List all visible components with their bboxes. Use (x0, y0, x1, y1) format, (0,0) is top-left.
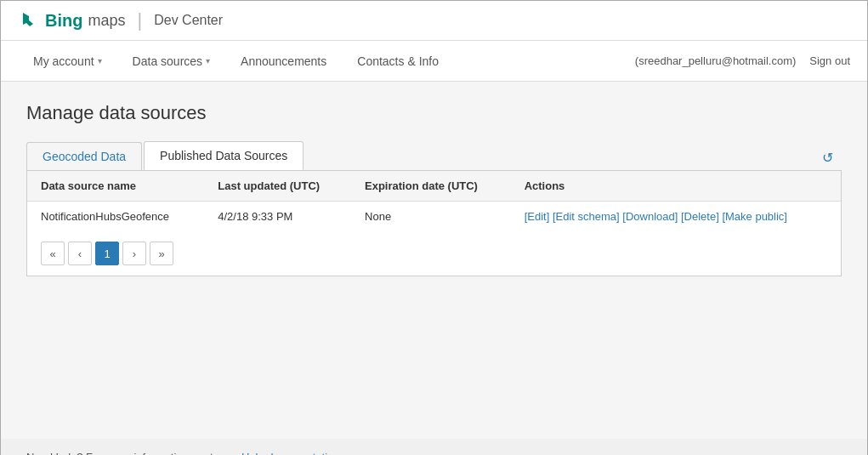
help-section: Need help? For more information, go to o… (1, 439, 867, 455)
nav-announcements[interactable]: Announcements (225, 43, 342, 80)
tab-published-data-sources[interactable]: Published Data Sources (144, 141, 304, 170)
nav-email: (sreedhar_pelluru@hotmail.com) (635, 54, 797, 67)
data-sources-caret-icon: ▾ (206, 56, 210, 65)
nav-my-account[interactable]: My account ▾ (18, 43, 117, 80)
nav-data-sources-label: Data sources (133, 54, 202, 68)
nav-items: My account ▾ Data sources ▾ Announcement… (18, 43, 635, 80)
nav-my-account-label: My account (33, 54, 94, 68)
table-header-row: Data source name Last updated (UTC) Expi… (27, 171, 841, 202)
nav-right: (sreedhar_pelluru@hotmail.com) Sign out (635, 54, 850, 67)
main-content: Manage data sources Geocoded Data Publis… (1, 82, 867, 439)
logo-bing-text: Bing (45, 11, 82, 31)
logo-maps-text: maps (88, 12, 125, 30)
logo-bar: Bing maps | Dev Center (1, 1, 867, 41)
col-header-last-updated: Last updated (UTC) (204, 171, 351, 202)
tabs-row: Geocoded Data Published Data Sources ↺ (26, 141, 842, 170)
page-first-btn[interactable]: « (41, 242, 65, 265)
nav-data-sources[interactable]: Data sources ▾ (117, 43, 225, 80)
data-table: Data source name Last updated (UTC) Expi… (27, 171, 841, 231)
table-body: NotificationHubsGeofence 4/2/18 9:33 PM … (27, 202, 841, 232)
tabs: Geocoded Data Published Data Sources (26, 141, 305, 170)
action-edit-schema[interactable]: [Edit schema] (553, 210, 620, 223)
page-last-btn[interactable]: » (150, 242, 173, 265)
action-download[interactable]: [Download] (622, 210, 678, 223)
nav-announcements-label: Announcements (241, 54, 326, 68)
logo-divider: | (137, 9, 142, 31)
table-header: Data source name Last updated (UTC) Expi… (27, 171, 841, 202)
cell-actions: [Edit] [Edit schema] [Download] [Delete]… (511, 202, 841, 232)
logo-dev-text: Dev Center (154, 13, 223, 28)
action-delete[interactable]: [Delete] (681, 210, 719, 223)
help-link[interactable]: Help documentation. (241, 451, 343, 455)
nav-sign-out[interactable]: Sign out (809, 54, 850, 67)
nav-contacts-info-label: Contacts & Info (357, 54, 439, 68)
col-header-name: Data source name (27, 171, 204, 202)
pagination: « ‹ 1 › » (27, 231, 841, 276)
col-header-actions: Actions (511, 171, 841, 202)
help-text-before: Need help? For more information, go to o… (26, 451, 238, 455)
col-header-expiration: Expiration date (UTC) (351, 171, 511, 202)
my-account-caret-icon: ▾ (98, 56, 102, 65)
table-row: NotificationHubsGeofence 4/2/18 9:33 PM … (27, 202, 841, 232)
bing-icon (18, 9, 40, 31)
page-prev-btn[interactable]: ‹ (68, 242, 92, 265)
page-title: Manage data sources (26, 102, 842, 124)
page-next-btn[interactable]: › (122, 242, 146, 265)
tab-geocoded-data-label: Geocoded Data (43, 150, 126, 163)
cell-expiration: None (351, 202, 511, 232)
nav-bar: My account ▾ Data sources ▾ Announcement… (1, 41, 867, 82)
page-1-btn[interactable]: 1 (95, 242, 119, 265)
tab-published-data-sources-label: Published Data Sources (160, 149, 287, 162)
refresh-icon[interactable]: ↺ (822, 150, 833, 166)
action-edit[interactable]: [Edit] (525, 210, 550, 223)
tab-geocoded-data[interactable]: Geocoded Data (26, 142, 142, 170)
tab-content: Data source name Last updated (UTC) Expi… (26, 170, 842, 276)
cell-last-updated: 4/2/18 9:33 PM (204, 202, 351, 232)
action-make-public[interactable]: [Make public] (722, 210, 787, 223)
cell-datasource-name: NotificationHubsGeofence (27, 202, 204, 232)
logo: Bing maps | Dev Center (18, 9, 223, 31)
nav-contacts-info[interactable]: Contacts & Info (342, 43, 454, 80)
